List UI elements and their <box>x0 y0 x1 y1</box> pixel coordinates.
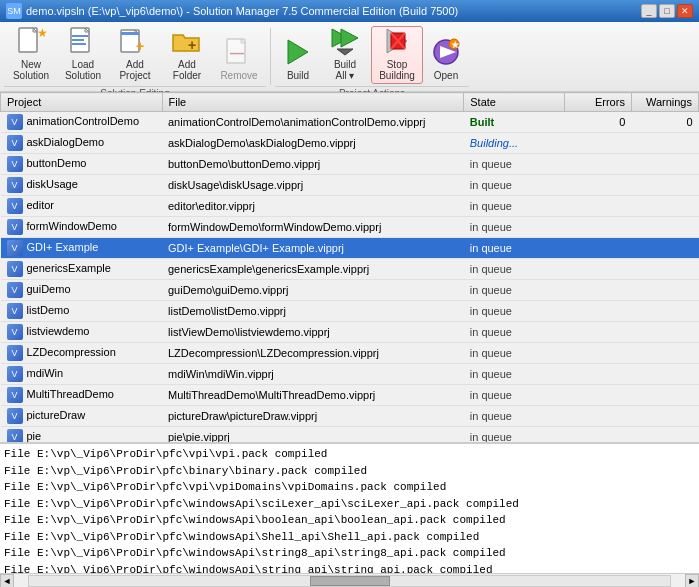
log-line: File E:\vp\_Vip6\ProDir\pfc\windowsApi\b… <box>4 512 695 529</box>
project-icon: V <box>7 240 23 256</box>
project-icon: V <box>7 303 23 319</box>
log-line: File E:\vp\_Vip6\ProDir\pfc\vpi\vpiDomai… <box>4 479 695 496</box>
table-row[interactable]: VmdiWin mdiWin\mdiWin.vipprj in queue <box>1 364 699 385</box>
project-state: in queue <box>464 280 565 301</box>
project-file: pie\pie.vipprj <box>162 427 464 444</box>
project-state: in queue <box>464 301 565 322</box>
project-errors <box>564 385 631 406</box>
scroll-left-arrow[interactable]: ◄ <box>0 574 14 588</box>
add-project-button[interactable]: + Add Project <box>110 26 160 84</box>
add-folder-button[interactable]: + Add Folder <box>162 26 212 84</box>
project-name: VbuttonDemo <box>1 154 163 175</box>
scroll-track[interactable] <box>28 575 671 587</box>
remove-icon: — <box>223 36 255 68</box>
project-state: in queue <box>464 238 565 259</box>
project-icon: V <box>7 177 23 193</box>
project-errors <box>564 406 631 427</box>
table-row[interactable]: Vpie pie\pie.vipprj in queue <box>1 427 699 444</box>
project-file: mdiWin\mdiWin.vipprj <box>162 364 464 385</box>
project-state: in queue <box>464 427 565 444</box>
table-row[interactable]: VdiskUsage diskUsage\diskUsage.vipprj in… <box>1 175 699 196</box>
app-icon: SM <box>6 3 22 19</box>
project-name: VformWindowDemo <box>1 217 163 238</box>
header-errors: Errors <box>564 93 631 112</box>
build-button[interactable]: Build <box>277 26 319 84</box>
project-errors <box>564 238 631 259</box>
project-name: Vlistviewdemo <box>1 322 163 343</box>
title-text: demo.vipsln (E:\vp\_vip6\demo\) - Soluti… <box>26 5 458 17</box>
remove-button[interactable]: — Remove <box>214 26 264 84</box>
stop-building-button[interactable]: StopBuilding <box>371 26 423 84</box>
project-icon: V <box>7 387 23 403</box>
table-row[interactable]: VguiDemo guiDemo\guiDemo.vipprj in queue <box>1 280 699 301</box>
project-errors <box>564 280 631 301</box>
table-row[interactable]: VpictureDraw pictureDraw\pictureDraw.vip… <box>1 406 699 427</box>
scroll-thumb[interactable] <box>310 576 390 586</box>
project-file: animationControlDemo\animationControlDem… <box>162 112 464 133</box>
scroll-right-arrow[interactable]: ► <box>685 574 699 588</box>
toolbar: ★ NewSolution LoadSolution <box>0 22 699 92</box>
project-actions-section: Build BuildAll ▾ <box>275 24 469 89</box>
add-folder-label: Add Folder <box>165 59 209 81</box>
project-name: Vpie <box>1 427 163 444</box>
table-row[interactable]: VbuttonDemo buttonDemo\buttonDemo.vipprj… <box>1 154 699 175</box>
project-errors <box>564 427 631 444</box>
build-label: Build <box>287 70 309 81</box>
header-file: File <box>162 93 464 112</box>
build-all-icon <box>329 25 361 57</box>
load-solution-button[interactable]: LoadSolution <box>58 26 108 84</box>
table-row[interactable]: VlistDemo listDemo\listDemo.vipprj in qu… <box>1 301 699 322</box>
header-project: Project <box>1 93 163 112</box>
load-solution-label: LoadSolution <box>65 59 101 81</box>
project-icon: V <box>7 345 23 361</box>
project-table-container[interactable]: Project File State Errors Warnings Vanim… <box>0 92 699 443</box>
table-row[interactable]: VGDI+ Example GDI+ Example\GDI+ Example.… <box>1 238 699 259</box>
project-errors <box>564 196 631 217</box>
open-label: Open <box>434 70 458 81</box>
project-warnings <box>631 301 698 322</box>
table-row[interactable]: VaskDialogDemo askDialogDemo\askDialogDe… <box>1 133 699 154</box>
header-warnings: Warnings <box>631 93 698 112</box>
maximize-button[interactable]: □ <box>659 4 675 18</box>
open-button[interactable]: ★ Open <box>425 26 467 84</box>
project-errors <box>564 343 631 364</box>
log-line: File E:\vp\_Vip6\ProDir\pfc\windowsApi\s… <box>4 496 695 513</box>
project-file: GDI+ Example\GDI+ Example.vipprj <box>162 238 464 259</box>
table-row[interactable]: VLZDecompression LZDecompression\LZDecom… <box>1 343 699 364</box>
project-state: in queue <box>464 196 565 217</box>
project-state: in queue <box>464 343 565 364</box>
add-project-icon: + <box>119 25 151 57</box>
header-state: State <box>464 93 565 112</box>
project-icon: V <box>7 198 23 214</box>
build-all-button[interactable]: BuildAll ▾ <box>321 26 369 84</box>
project-state: in queue <box>464 322 565 343</box>
log-area[interactable]: File E:\vp\_Vip6\ProDir\pfc\vpi\vpi.pack… <box>0 443 699 573</box>
project-name: VdiskUsage <box>1 175 163 196</box>
close-button[interactable]: ✕ <box>677 4 693 18</box>
svg-rect-10 <box>121 32 139 35</box>
horizontal-scrollbar[interactable]: ◄ ► <box>0 573 699 587</box>
new-solution-button[interactable]: ★ NewSolution <box>6 26 56 84</box>
table-row[interactable]: Veditor editor\editor.vipprj in queue <box>1 196 699 217</box>
table-row[interactable]: VgenericsExample genericsExample\generic… <box>1 259 699 280</box>
project-state: in queue <box>464 154 565 175</box>
minimize-button[interactable]: _ <box>641 4 657 18</box>
project-icon: V <box>7 429 23 443</box>
svg-text:+: + <box>188 37 196 53</box>
project-name: VlistDemo <box>1 301 163 322</box>
project-warnings <box>631 154 698 175</box>
table-row[interactable]: VformWindowDemo formWindowDemo\formWindo… <box>1 217 699 238</box>
build-icon <box>282 36 314 68</box>
table-row[interactable]: VMultiThreadDemo MultiThreadDemo\MultiTh… <box>1 385 699 406</box>
project-errors <box>564 154 631 175</box>
table-row[interactable]: VanimationControlDemo animationControlDe… <box>1 112 699 133</box>
project-errors: 0 <box>564 112 631 133</box>
project-name: VaskDialogDemo <box>1 133 163 154</box>
project-warnings <box>631 322 698 343</box>
project-file: genericsExample\genericsExample.vipprj <box>162 259 464 280</box>
project-errors <box>564 301 631 322</box>
svg-marker-16 <box>288 40 308 64</box>
project-warnings <box>631 217 698 238</box>
table-row[interactable]: Vlistviewdemo listViewDemo\listviewdemo.… <box>1 322 699 343</box>
svg-text:—: — <box>230 45 244 61</box>
